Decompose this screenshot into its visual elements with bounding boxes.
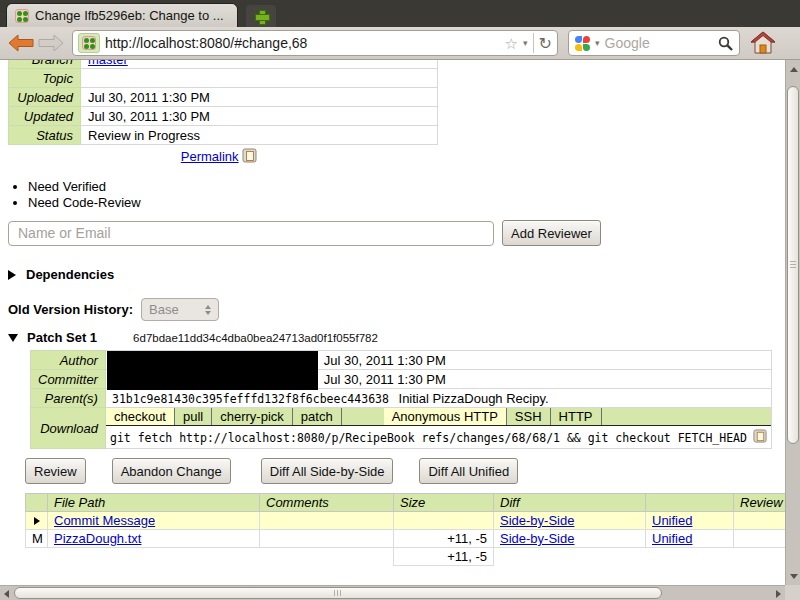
review-button[interactable]: Review — [25, 458, 86, 484]
dependencies-section[interactable]: Dependencies — [8, 267, 785, 282]
scroll-up-button[interactable] — [786, 60, 800, 78]
marker-column-header — [26, 494, 48, 512]
horizontal-scrollbar-thumb[interactable] — [14, 587, 662, 599]
tab-title: Change Ifb5296eb: Change to ... — [35, 8, 224, 23]
right-arrow-icon — [776, 590, 781, 598]
comments-cell — [260, 530, 394, 548]
change-info-table: Branch master Topic Uploaded Jul 30, 201… — [8, 60, 438, 145]
committer-date: Jul 30, 2011 1:30 PM — [324, 372, 446, 387]
size-cell: +11, -5 — [394, 530, 494, 548]
uploaded-value: Jul 30, 2011 1:30 PM — [81, 88, 438, 107]
action-buttons: Review Abandon Change Diff All Side-by-S… — [25, 458, 785, 484]
diff-header: Diff — [494, 494, 646, 512]
search-input[interactable] — [605, 35, 713, 51]
gerrit-favicon-icon — [15, 9, 29, 23]
status-label: Status — [9, 126, 81, 145]
file-path-header: File Path — [48, 494, 260, 512]
table-row: Uploaded Jul 30, 2011 1:30 PM — [9, 88, 438, 107]
total-size-cell: +11, -5 — [394, 548, 494, 566]
abandon-change-button[interactable]: Abandon Change — [112, 458, 231, 484]
old-version-history-row: Old Version History: Base — [8, 298, 785, 321]
topic-value — [81, 69, 438, 88]
download-tab-anonymous-http[interactable]: Anonymous HTTP — [384, 408, 507, 425]
download-command[interactable]: git fetch http://localhost:8080/p/Recipe… — [110, 431, 747, 445]
url-dropdown-icon[interactable]: ▾ — [523, 38, 528, 48]
topic-label: Topic — [9, 69, 81, 88]
vertical-scrollbar-thumb[interactable] — [787, 86, 799, 444]
scroll-left-button[interactable] — [0, 586, 13, 600]
site-identity-chip[interactable] — [78, 33, 100, 53]
vertical-scrollbar[interactable] — [785, 60, 800, 585]
patch-set-header[interactable]: Patch Set 1 6d7bdae11dd34c4dba0bea24713a… — [8, 330, 785, 345]
table-row: Parent(s) 31b1c9e81430c395fefffd132f8f6c… — [31, 389, 772, 408]
review-cell — [734, 530, 786, 548]
table-row: Commit Message Side-by-Side Unified — [26, 512, 786, 530]
redacted-email-block — [107, 351, 318, 390]
size-cell — [394, 512, 494, 530]
spacer — [342, 408, 384, 425]
search-box[interactable]: ▾ — [568, 30, 740, 56]
parents-label: Parent(s) — [31, 389, 106, 408]
diff-all-side-by-side-button[interactable]: Diff All Side-by-Side — [261, 458, 394, 484]
reviewer-input[interactable] — [8, 221, 494, 246]
down-arrow-icon — [790, 574, 798, 579]
new-tab-button[interactable] — [246, 5, 276, 27]
download-tab-patch[interactable]: patch — [293, 408, 342, 425]
collapsed-arrow-icon[interactable] — [8, 270, 16, 280]
download-tab-cherry-pick[interactable]: cherry-pick — [212, 408, 293, 425]
file-table-header-row: File Path Comments Size Diff Review — [26, 494, 786, 512]
totals-row: +11, -5 — [26, 548, 786, 566]
url-input[interactable] — [105, 35, 500, 51]
horizontal-scrollbar[interactable] — [0, 585, 785, 600]
search-engine-dropdown-icon[interactable]: ▾ — [595, 38, 600, 48]
gerrit-favicon-icon — [82, 36, 96, 50]
unified-link[interactable]: Unified — [652, 513, 692, 528]
parent-subject: Initial PizzaDough Recipy. — [399, 391, 549, 406]
unified-link[interactable]: Unified — [652, 531, 692, 546]
copy-icon[interactable] — [242, 148, 257, 166]
side-by-side-link[interactable]: Side-by-Side — [500, 531, 574, 546]
committer-label: Committer — [31, 370, 106, 389]
forward-arrow-icon — [38, 34, 64, 52]
comments-cell — [260, 512, 394, 530]
download-tab-ssh[interactable]: SSH — [507, 408, 551, 425]
download-tabs: checkout pull cherry-pick patch Anonymou… — [106, 408, 771, 426]
branch-label: Branch — [9, 60, 81, 69]
old-version-history-label: Old Version History: — [8, 302, 133, 317]
add-reviewer-button[interactable]: Add Reviewer — [502, 220, 601, 246]
need-verified: Need Verified — [28, 179, 785, 195]
back-button[interactable] — [8, 34, 34, 52]
scroll-down-button[interactable] — [786, 567, 800, 585]
permalink-link[interactable]: Permalink — [181, 149, 239, 164]
table-row: M PizzaDough.txt +11, -5 Side-by-Side Un… — [26, 530, 786, 548]
file-path-link[interactable]: PizzaDough.txt — [54, 531, 141, 546]
download-tab-http[interactable]: HTTP — [551, 408, 602, 425]
url-bar[interactable]: ☆ ▾ ↻ — [72, 30, 558, 56]
reload-icon[interactable]: ↻ — [539, 34, 552, 53]
copy-icon[interactable] — [753, 429, 767, 446]
table-row: Status Review in Progress — [9, 126, 438, 145]
forward-button[interactable] — [38, 34, 64, 52]
version-select[interactable]: Base — [141, 298, 219, 321]
diff-all-unified-button[interactable]: Diff All Unified — [419, 458, 518, 484]
browser-tab[interactable]: Change Ifb5296eb: Change to ... — [6, 3, 238, 27]
divider — [533, 33, 534, 53]
status-value: Review in Progress — [81, 126, 438, 145]
search-icon[interactable] — [718, 36, 733, 51]
author-label: Author — [31, 351, 106, 370]
commit-message-link[interactable]: Commit Message — [54, 513, 155, 528]
approval-requirements: Need Verified Need Code-Review — [12, 179, 785, 211]
branch-link[interactable]: master — [88, 60, 128, 67]
scroll-right-button[interactable] — [772, 586, 785, 600]
bookmark-star-icon[interactable]: ☆ — [505, 36, 518, 51]
expanded-arrow-icon[interactable] — [8, 334, 18, 342]
side-by-side-link[interactable]: Side-by-Side — [500, 513, 574, 528]
back-arrow-icon — [8, 34, 34, 52]
updated-label: Updated — [9, 107, 81, 126]
download-tab-checkout[interactable]: checkout — [106, 408, 175, 425]
home-button[interactable] — [750, 31, 776, 55]
author-date: Jul 30, 2011 1:30 PM — [324, 353, 446, 368]
download-tab-pull[interactable]: pull — [175, 408, 212, 425]
need-code-review: Need Code-Review — [28, 195, 785, 211]
patch-set-info: Author EdJul 30, 2011 1:30 PM Committer … — [30, 350, 746, 449]
